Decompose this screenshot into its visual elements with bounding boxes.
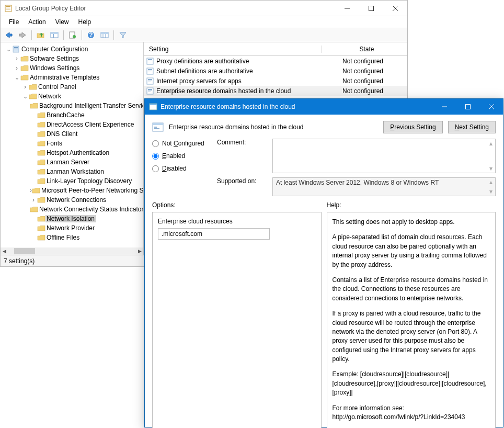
setting-row[interactable]: Internet proxy servers for appsNot confi… <box>144 76 407 86</box>
tree-item-label: Link-Layer Topology Discovery <box>45 177 133 185</box>
tree-expander[interactable] <box>21 93 29 100</box>
properties-button[interactable] <box>66 29 79 41</box>
toolbar: ? <box>1 28 407 42</box>
tree-item[interactable]: Background Intelligent Transfer Service <box>1 101 143 110</box>
scroll-right-arrow[interactable]: ▶ <box>136 247 143 255</box>
setting-row[interactable]: Proxy definitions are authoritativeNot c… <box>144 56 407 66</box>
tree-item-label: Network Provider <box>45 224 96 232</box>
tree-expander[interactable] <box>13 55 20 62</box>
tree-item[interactable]: BranchCache <box>1 110 143 120</box>
help-button[interactable]: ? <box>85 29 97 41</box>
folder-up-button[interactable] <box>35 29 47 41</box>
tree-item[interactable]: DNS Client <box>1 129 143 139</box>
previous-setting-button[interactable]: Previous Setting <box>383 121 442 133</box>
scroll-left-arrow[interactable]: ◀ <box>1 247 8 255</box>
comment-label: Comment: <box>217 139 267 173</box>
col-setting[interactable]: Setting <box>144 46 322 53</box>
tree-item[interactable]: Network Connections <box>1 195 143 205</box>
forward-button[interactable] <box>16 29 29 41</box>
dialog-heading: Enterprise resource domains hosted in th… <box>169 123 378 131</box>
show-hide-tree-button[interactable] <box>48 29 61 41</box>
toolbar-separator <box>31 30 32 40</box>
tree-item[interactable]: Microsoft Peer-to-Peer Networking Servic… <box>1 186 143 195</box>
scrollbar-stub[interactable]: ▴▾ <box>487 140 495 172</box>
svg-rect-13 <box>53 34 54 38</box>
tree-item[interactable]: Lanman Server <box>1 157 143 167</box>
tree-item[interactable]: Lanman Workstation <box>1 167 143 176</box>
folder-icon <box>37 140 45 147</box>
horizontal-scrollbar[interactable]: ◀ ▶ <box>1 247 143 255</box>
minimize-button[interactable] <box>335 1 359 16</box>
dialog-close-button[interactable] <box>479 99 503 115</box>
dialog-minimize-button[interactable] <box>432 99 456 115</box>
enterprise-cloud-resources-input[interactable] <box>158 228 270 240</box>
menu-file[interactable]: File <box>5 17 23 27</box>
property-sheet-icon <box>152 121 164 133</box>
options-box: Enterprise cloud resources <box>152 212 322 428</box>
radio-not-configured[interactable]: Not Configured <box>152 140 210 147</box>
filter-button[interactable] <box>117 29 129 41</box>
next-setting-button[interactable]: Next Setting <box>448 121 496 133</box>
comment-textarea[interactable]: ▴▾ <box>272 139 496 173</box>
list-view-button[interactable] <box>98 29 111 41</box>
setting-dialog: Enterprise resource domains hosted in th… <box>144 98 503 427</box>
folder-icon <box>37 111 45 119</box>
folder-icon <box>20 64 29 72</box>
svg-rect-29 <box>148 61 152 61</box>
radio-disabled[interactable]: Disabled <box>152 165 210 172</box>
help-paragraph: For more information see: http://go.micr… <box>333 404 490 422</box>
setting-row[interactable]: Enterprise resource domains hosted in th… <box>144 86 407 96</box>
svg-rect-52 <box>154 128 159 129</box>
tree-item[interactable]: Network Isolation <box>1 214 143 223</box>
svg-rect-50 <box>153 123 163 125</box>
setting-state: Not configured <box>330 67 383 75</box>
setting-name: Subnet definitions are authoritative <box>154 67 330 75</box>
tree-item[interactable]: Administrative Templates <box>1 73 143 82</box>
setting-row[interactable]: Subnet definitions are authoritativeNot … <box>144 66 407 76</box>
scrollbar-stub[interactable]: ▴▾ <box>487 178 495 195</box>
tree-item[interactable]: Network Connectivity Status Indicator <box>1 205 143 214</box>
tree[interactable]: Computer ConfigurationSoftware SettingsW… <box>1 44 143 242</box>
settings-header[interactable]: Setting State <box>144 42 407 56</box>
dialog-maximize-button[interactable] <box>456 99 479 115</box>
tree-expander[interactable] <box>30 196 37 204</box>
menu-view[interactable]: View <box>51 17 73 27</box>
tree-item[interactable]: Fonts <box>1 139 143 148</box>
col-state[interactable]: State <box>322 46 407 53</box>
help-box[interactable]: This setting does not apply to desktop a… <box>327 212 496 428</box>
svg-rect-24 <box>14 47 18 48</box>
tree-item[interactable]: Computer Configuration <box>1 44 143 54</box>
tree-item[interactable]: Hotspot Authentication <box>1 148 143 157</box>
back-button[interactable] <box>3 29 15 41</box>
tree-item-label: Lanman Server <box>45 159 91 166</box>
svg-rect-32 <box>148 69 152 70</box>
tree-expander[interactable] <box>21 83 29 91</box>
svg-rect-33 <box>148 71 152 71</box>
tree-expander[interactable] <box>13 64 20 72</box>
close-button[interactable] <box>383 1 407 16</box>
tree-item[interactable]: Offline Files <box>1 233 143 242</box>
tree-item[interactable]: Control Panel <box>1 82 143 92</box>
tree-item[interactable]: Network Provider <box>1 223 143 233</box>
menu-help[interactable]: Help <box>74 17 96 27</box>
folder-icon <box>20 55 29 62</box>
setting-icon <box>146 58 154 65</box>
tree-item[interactable]: DirectAccess Client Experience <box>1 120 143 129</box>
svg-rect-25 <box>14 49 18 49</box>
svg-rect-3 <box>6 9 10 9</box>
tree-item[interactable]: Link-Layer Topology Discovery <box>1 176 143 186</box>
tree-item-label: Network Isolation <box>45 215 96 222</box>
scroll-thumb[interactable] <box>14 248 35 254</box>
tree-item[interactable]: Windows Settings <box>1 63 143 73</box>
radio-enabled[interactable]: Enabled <box>152 152 210 160</box>
tree-expander[interactable] <box>5 46 12 53</box>
maximize-button[interactable] <box>359 1 383 16</box>
menu-action[interactable]: Action <box>24 17 50 27</box>
tree-item[interactable]: Network <box>1 92 143 101</box>
tree-expander[interactable] <box>13 74 20 81</box>
tree-item-label: Offline Files <box>45 234 81 241</box>
tree-item[interactable]: Software Settings <box>1 54 143 63</box>
settings-list[interactable]: Proxy definitions are authoritativeNot c… <box>144 56 407 96</box>
svg-marker-8 <box>6 32 12 38</box>
folder-icon <box>37 159 45 166</box>
